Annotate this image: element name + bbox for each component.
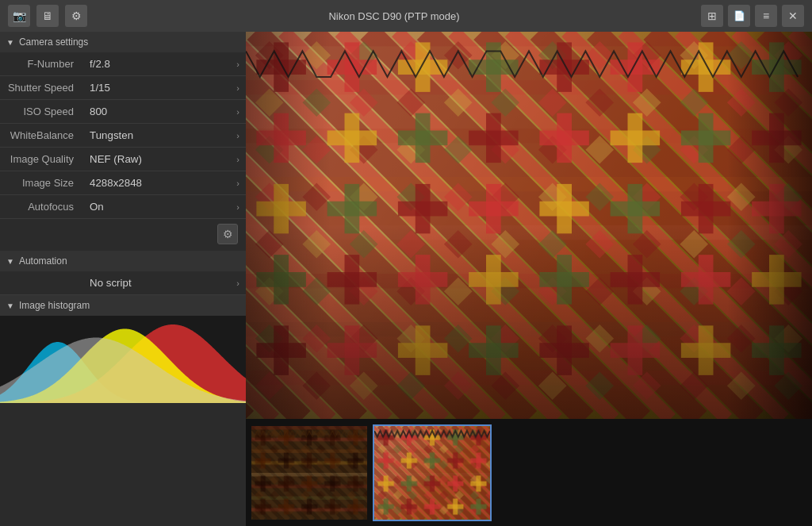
no-script-row: No script › [0, 271, 246, 295]
main-layout: ▼ Camera settings F-Number f/2.8 › Shutt… [0, 32, 812, 526]
setting-label: F-Number [0, 52, 83, 76]
no-script-btn[interactable]: No script › [90, 277, 239, 289]
thumbnail-2[interactable] [373, 424, 492, 521]
histogram-display [0, 316, 246, 403]
close-btn[interactable]: ✕ [782, 5, 804, 27]
setting-value-btn[interactable]: 4288x2848 › [90, 177, 239, 189]
titlebar-left-icons: 📷 🖥 ⚙ [8, 5, 87, 27]
setting-value: 1/15 [90, 82, 110, 94]
settings-icon-btn[interactable]: ⚙ [65, 5, 87, 27]
arrow-icon: ▼ [6, 38, 14, 47]
setting-value: 800 [90, 106, 107, 117]
setting-label: Shutter Speed [0, 76, 83, 100]
setting-value-btn[interactable]: Tungsten › [90, 129, 239, 141]
thumbnails-strip [246, 419, 812, 526]
monitor-icon-btn[interactable]: 🖥 [36, 5, 59, 27]
menu-icon: ≡ [763, 10, 769, 22]
camera-settings-header[interactable]: ▼ Camera settings [0, 32, 246, 52]
camera-icon: 📷 [13, 10, 26, 22]
main-preview [246, 32, 812, 419]
setting-value-btn[interactable]: On › [90, 201, 239, 213]
monitor-icon: 🖥 [42, 10, 53, 22]
setting-value: f/2.8 [90, 58, 110, 70]
histogram-canvas [0, 316, 246, 403]
titlebar-right-icons: ⊞ 📄 ≡ ✕ [701, 5, 804, 27]
file-icon: 📄 [733, 10, 745, 21]
automation-header[interactable]: ▼ Automation [0, 251, 246, 271]
histogram-header[interactable]: ▼ Image histogram [0, 295, 246, 316]
main-preview-image [246, 32, 812, 419]
camera-settings-label: Camera settings [19, 36, 88, 48]
chevron-right-icon: › [236, 179, 239, 188]
setting-value: 4288x2848 [90, 177, 142, 189]
window-title: Nikon DSC D90 (PTP mode) [328, 10, 459, 22]
thumbnail-1-image [251, 426, 367, 520]
histogram-section: ▼ Image histogram [0, 295, 246, 403]
chevron-right-icon: › [236, 60, 239, 69]
setting-value-btn[interactable]: 800 › [90, 106, 239, 117]
setting-label: Image Size [0, 171, 83, 195]
setting-value-btn[interactable]: f/2.8 › [90, 58, 239, 70]
thumbnail-1[interactable] [250, 424, 369, 521]
setting-value: On [90, 201, 104, 213]
setting-label: ISO Speed [0, 100, 83, 124]
automation-arrow-icon: ▼ [6, 257, 14, 266]
close-icon: ✕ [788, 10, 798, 22]
camera-settings-table: F-Number f/2.8 › Shutter Speed 1/15 › IS… [0, 52, 246, 219]
camera-icon-btn[interactable]: 📷 [8, 5, 30, 27]
settings-row: Autofocus On › [0, 195, 246, 219]
chevron-right-icon: › [236, 131, 239, 140]
gear-icon: ⚙ [223, 228, 233, 240]
settings-row: Image Size 4288x2848 › [0, 171, 246, 195]
no-script-value: No script [90, 277, 132, 289]
setting-value-btn[interactable]: 1/15 › [90, 82, 239, 94]
titlebar: 📷 🖥 ⚙ Nikon DSC D90 (PTP mode) ⊞ 📄 ≡ ✕ [0, 0, 812, 32]
setting-value-btn[interactable]: NEF (Raw) › [90, 153, 239, 165]
chevron-right-icon: › [236, 83, 239, 93]
automation-label: Automation [19, 255, 67, 267]
settings-icon: ⚙ [71, 10, 82, 22]
menu-btn[interactable]: ≡ [755, 5, 777, 27]
automation-section: ▼ Automation No script › [0, 251, 246, 295]
add-window-btn[interactable]: ⊞ [701, 5, 723, 27]
setting-label: Image Quality [0, 148, 83, 171]
automation-table: No script › [0, 271, 246, 295]
gear-row: ⚙ [0, 219, 246, 249]
setting-value: Tungsten [90, 129, 133, 141]
settings-row: F-Number f/2.8 › [0, 52, 246, 76]
settings-row: Image Quality NEF (Raw) › [0, 148, 246, 171]
settings-row: Shutter Speed 1/15 › [0, 76, 246, 100]
settings-row: ISO Speed 800 › [0, 100, 246, 124]
chevron-right-icon: › [236, 155, 239, 164]
settings-row: WhiteBalance Tungsten › [0, 124, 246, 148]
setting-label: Autofocus [0, 195, 83, 219]
chevron-right-icon: › [236, 107, 239, 117]
histogram-label: Image histogram [19, 300, 90, 311]
histogram-arrow-icon: ▼ [6, 301, 14, 310]
thumbnail-2-image [374, 426, 490, 520]
chevron-right-icon: › [236, 278, 239, 288]
right-panel [246, 32, 812, 526]
file-btn[interactable]: 📄 [728, 5, 750, 27]
setting-label: WhiteBalance [0, 124, 83, 148]
gear-btn[interactable]: ⚙ [217, 224, 238, 244]
add-icon: ⊞ [707, 10, 717, 22]
setting-value: NEF (Raw) [90, 153, 142, 165]
left-panel: ▼ Camera settings F-Number f/2.8 › Shutt… [0, 32, 246, 526]
chevron-right-icon: › [236, 202, 239, 212]
